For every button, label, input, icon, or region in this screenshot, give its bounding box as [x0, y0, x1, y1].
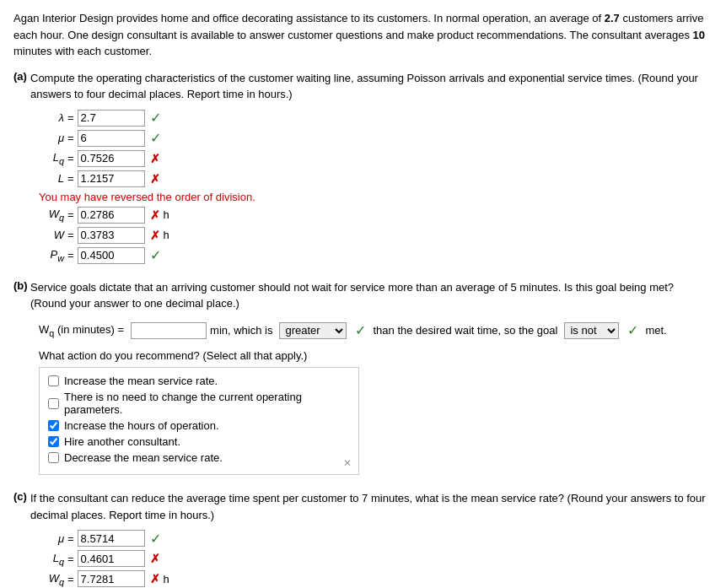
wq-x-icon: ✗ [150, 208, 160, 222]
partb-wq-value-input[interactable] [131, 322, 207, 339]
c-wq-unit: h [164, 573, 169, 585]
partb-select1-check: ✓ [355, 319, 366, 343]
mu-input[interactable] [78, 130, 145, 147]
checkbox-item-3: Increase the hours of operation. [48, 419, 350, 432]
checkbox-decrease-service-rate[interactable] [48, 452, 59, 463]
checkbox-item-4: Hire another consultant. [48, 435, 350, 448]
c-lq-input[interactable] [78, 550, 145, 567]
intro-highlight1: 2.7 [605, 12, 620, 24]
wq-sub: q [59, 212, 64, 222]
partb-greater-less-select[interactable]: greater less [279, 322, 347, 339]
field-l: L = ✗ [39, 170, 713, 187]
partb-met-text: met. [645, 321, 666, 340]
field-wq: Wq = ✗ h [39, 207, 713, 224]
field-c-mu: μ = ✓ [39, 530, 713, 547]
lambda-input[interactable] [78, 110, 145, 127]
field-c-lq: Lq = ✗ [39, 550, 713, 567]
field-mu: μ = ✓ [39, 130, 713, 147]
mu-label: μ [39, 132, 64, 144]
part-b-letter: (b) [13, 279, 30, 292]
lambda-label: λ [39, 111, 64, 124]
checkbox-no-need[interactable] [48, 398, 59, 409]
l-label: L [39, 172, 64, 185]
intro-paragraph: Agan Interior Design provides home and o… [13, 10, 713, 60]
checkbox-item-5: Decrease the mean service rate. [48, 451, 350, 464]
c-wq-label: Wq [39, 572, 64, 587]
w-unit: h [164, 229, 169, 241]
w-x-icon: ✗ [150, 229, 160, 242]
intro-text3: minutes with each customer. [13, 45, 152, 57]
w-label: W [39, 229, 64, 241]
part-a-question: Compute the operating characteristics of… [30, 70, 713, 103]
checkbox-hire-consultant[interactable] [48, 436, 59, 447]
close-x-icon[interactable]: ✕ [343, 457, 352, 469]
c-mu-label: μ [39, 532, 64, 545]
checkbox-item-1: Increase the mean service rate. [48, 375, 350, 387]
part-a-letter: (a) [13, 70, 30, 83]
intro-text1: Agan Interior Design provides home and o… [13, 12, 605, 24]
pw-label: Pw [39, 248, 64, 263]
field-lq: Lq = ✗ [39, 150, 713, 167]
partb-minwhichis: min, which is [210, 321, 272, 340]
field-w: W = ✗ h [39, 227, 713, 244]
c-mu-check-icon: ✓ [150, 531, 161, 547]
wq-label: Wq [39, 208, 64, 223]
part-c-question: If the consultant can reduce the average… [30, 490, 713, 523]
intro-highlight2: 10 [693, 29, 705, 41]
part-b-inline-q: Wq (in minutes) = min, which is greater … [39, 319, 713, 343]
part-b: (b) Service goals dictate that an arrivi… [13, 279, 713, 476]
part-a: (a) Compute the operating characteristic… [13, 70, 713, 264]
pw-sub: w [57, 252, 64, 262]
c-wq-input[interactable] [78, 570, 145, 587]
partb-wq-label: Wq (in minutes) = [39, 320, 124, 342]
division-warning: You may have reversed the order of divis… [39, 191, 713, 203]
checkbox-label-2: There is no need to change the current o… [64, 391, 350, 416]
field-pw: Pw = ✓ [39, 247, 713, 264]
l-input[interactable] [78, 170, 145, 187]
c-wq-sub: q [59, 576, 64, 586]
part-c: (c) If the consultant can reduce the ave… [13, 490, 713, 588]
checkbox-increase-service-rate[interactable] [48, 375, 59, 386]
lq-input[interactable] [78, 150, 145, 167]
checkbox-increase-hours[interactable] [48, 420, 59, 431]
part-b-question: Service goals dictate that an arriving c… [30, 279, 713, 312]
lambda-check-icon: ✓ [150, 110, 161, 126]
lq-label: Lq [39, 151, 64, 166]
wq-input[interactable] [78, 207, 145, 224]
w-input[interactable] [78, 227, 145, 244]
pw-check-icon: ✓ [150, 247, 161, 263]
checkbox-label-3: Increase the hours of operation. [64, 419, 219, 432]
pw-input[interactable] [78, 247, 145, 264]
lq-x-icon: ✗ [150, 152, 160, 165]
c-lq-sub: q [59, 556, 64, 566]
lq-sub: q [59, 155, 64, 165]
partb-select2-check: ✓ [627, 319, 638, 343]
partb-is-isnot-select[interactable]: is not is [564, 322, 619, 339]
c-wq-x-icon: ✗ [150, 572, 160, 585]
checkbox-label-5: Decrease the mean service rate. [64, 451, 223, 464]
partb-wq-sub: q [49, 327, 54, 337]
field-c-wq: Wq = ✗ h [39, 570, 713, 587]
c-lq-x-icon: ✗ [150, 552, 160, 565]
mu-check-icon: ✓ [150, 130, 161, 146]
checkbox-label-4: Hire another consultant. [64, 435, 180, 448]
c-lq-label: Lq [39, 552, 64, 567]
c-mu-input[interactable] [78, 530, 145, 547]
l-x-icon: ✗ [150, 172, 160, 186]
part-c-letter: (c) [13, 490, 30, 503]
part-b-action-q: What action do you recommend? (Select al… [39, 349, 713, 362]
field-lambda: λ = ✓ [39, 110, 713, 127]
wq-unit: h [164, 208, 169, 221]
part-b-checkbox-list: Increase the mean service rate. There is… [39, 367, 359, 475]
checkbox-label-1: Increase the mean service rate. [64, 375, 218, 387]
checkbox-item-2: There is no need to change the current o… [48, 391, 350, 416]
partb-desired-text: than the desired wait time, so the goal [373, 321, 557, 340]
